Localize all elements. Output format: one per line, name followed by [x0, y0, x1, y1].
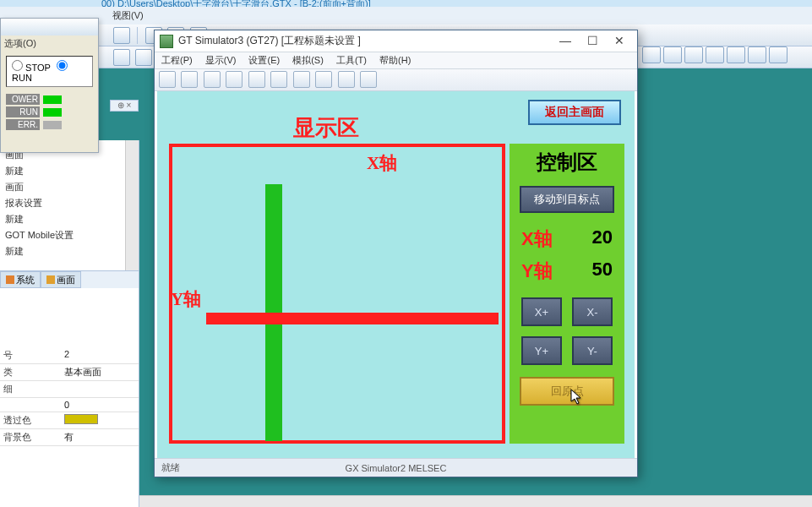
jog-row-x: X+ X-	[510, 297, 624, 326]
tree-item[interactable]: 新建	[0, 243, 139, 259]
tree-item[interactable]: 新建	[0, 211, 139, 227]
toolbar-icon[interactable]	[769, 46, 787, 63]
menu-tools[interactable]: 工具(T)	[336, 55, 367, 65]
plc-led-label: OWER	[6, 94, 40, 105]
toolbar-icon[interactable]	[293, 71, 310, 88]
tree-item[interactable]: GOT Mobile设置	[0, 227, 139, 243]
left-panel-tabs: 系统 画面	[0, 271, 139, 288]
color-swatch-icon[interactable]	[64, 414, 98, 424]
toolbar-icon[interactable]	[159, 71, 176, 88]
maximize-button[interactable]: ☐	[580, 33, 605, 50]
menu-simulate[interactable]: 模拟(S)	[292, 55, 324, 65]
jog-y-minus-button[interactable]: Y-	[572, 336, 613, 365]
property-row[interactable]: 细	[0, 381, 139, 398]
toolbar-icon[interactable]	[226, 71, 243, 88]
menu-display[interactable]: 显示(V)	[205, 55, 237, 65]
home-button[interactable]: 回原点	[520, 377, 614, 406]
toolbar-separator	[137, 27, 138, 44]
toolbar-icon[interactable]	[727, 46, 745, 63]
sim-status-bar: 就绪 GX Simulator2 MELSEC	[155, 458, 637, 477]
toolbar-icon[interactable]	[684, 46, 703, 63]
property-row[interactable]: 背景色有	[0, 429, 139, 446]
toolbar-icon[interactable]	[338, 71, 355, 88]
status-ready: 就绪	[161, 461, 180, 474]
menu-settings[interactable]: 设置(E)	[248, 55, 280, 65]
property-row[interactable]: 透过色	[0, 412, 139, 429]
tree-item[interactable]: 画面	[0, 179, 139, 195]
sim-title-bar[interactable]: GT Simulator3 (GT27) [工程标题未设置 ] — ☐ ✕	[155, 30, 637, 52]
scroll-up-icon[interactable]	[128, 142, 137, 151]
project-tree-list[interactable]: 画面 新建 画面 报表设置 新建 GOT Mobile设置 新建	[0, 140, 139, 271]
menu-project[interactable]: 工程(P)	[161, 55, 193, 65]
app-icon	[160, 35, 173, 48]
jog-x-plus-button[interactable]: X+	[521, 297, 562, 326]
tree-item[interactable]: 报表设置	[0, 195, 139, 211]
property-row[interactable]: 类基本画面	[0, 364, 139, 381]
toolbar-icon[interactable]	[135, 49, 152, 66]
tab-icon	[6, 275, 14, 284]
y-axis-indicator: Y轴	[521, 259, 553, 284]
toolbar-icon[interactable]	[248, 71, 265, 88]
status-simulator-mode: GX Simulator2 MELSEC	[346, 463, 447, 473]
err-led-icon	[43, 121, 62, 129]
toolbar-icon[interactable]	[748, 46, 766, 63]
display-area-title: 显示区	[157, 113, 495, 143]
y-value-row: Y轴 50	[510, 255, 624, 287]
jog-row-y: Y+ Y-	[510, 336, 624, 365]
sim-title-text: GT Simulator3 (GT27) [工程标题未设置 ]	[178, 34, 551, 48]
property-row[interactable]: 0	[0, 398, 139, 412]
property-grid: 号2 类基本画面 细 0 透过色 背景色有	[0, 347, 139, 507]
menu-view[interactable]: 视图(V)	[112, 10, 144, 20]
menu-help[interactable]: 帮助(H)	[379, 55, 411, 65]
plc-led-label: ERR.	[6, 119, 40, 130]
toolbar-icon[interactable]	[270, 71, 287, 88]
x-axis-indicator: X轴	[521, 226, 553, 252]
plc-led-panel: OWER RUN ERR.	[6, 94, 93, 130]
plc-led-label: RUN	[6, 106, 40, 117]
jog-y-plus-button[interactable]: Y+	[521, 336, 562, 365]
close-button[interactable]: ✕	[607, 33, 632, 50]
toolbar-icon[interactable]	[204, 71, 221, 88]
toolbar-icon[interactable]	[642, 46, 661, 63]
sim-menu-bar: 工程(P) 显示(V) 设置(E) 模拟(S) 工具(T) 帮助(H)	[155, 52, 637, 69]
tab-system[interactable]: 系统	[0, 271, 41, 288]
toolbar-icon[interactable]	[706, 46, 724, 63]
project-tree-panel: 画面 新建 画面 报表设置 新建 GOT Mobile设置 新建 系统 画面 号…	[0, 140, 139, 507]
ide-menu-bar[interactable]: 视图(V)	[0, 7, 812, 25]
tab-screen[interactable]: 画面	[41, 271, 81, 288]
ide-title-path: 00) D:\Users\Desktop\十字滑台\十字滑台.GTX - [B-…	[101, 0, 371, 7]
move-to-target-button[interactable]: 移动到目标点	[520, 186, 614, 213]
dock-pin-close[interactable]: ⊕ ×	[110, 100, 139, 112]
x-value-row: X轴 20	[510, 223, 624, 255]
tab-icon	[46, 275, 55, 284]
plc-radio-stop[interactable]: STOP	[12, 63, 51, 73]
y-position-bar	[206, 313, 499, 324]
scroll-down-icon[interactable]	[128, 259, 137, 269]
control-title: 控制区	[510, 144, 624, 184]
toolbar-icon[interactable]	[663, 46, 682, 63]
hmi-canvas: 显示区 返回主画面 X轴 Y轴 控制区 移动到目标点 X轴 20 Y轴 50 X…	[157, 91, 635, 458]
plc-run-stop-group: STOP RUN	[6, 56, 93, 87]
toolbar-icon[interactable]	[113, 27, 130, 44]
minimize-button[interactable]: —	[553, 33, 578, 50]
gt-simulator-window: GT Simulator3 (GT27) [工程标题未设置 ] — ☐ ✕ 工程…	[154, 30, 638, 477]
y-value-display[interactable]: 50	[592, 259, 613, 284]
tree-item[interactable]: 新建	[0, 163, 139, 179]
sim-toolbar	[155, 69, 637, 91]
x-value-display[interactable]: 20	[592, 226, 613, 252]
run-led-icon	[43, 108, 62, 117]
xy-display-frame: X轴 Y轴	[169, 144, 505, 444]
plc-title-bar[interactable]	[1, 19, 98, 35]
control-panel: 控制区 移动到目标点 X轴 20 Y轴 50 X+ X- Y+ Y- 回原点	[510, 144, 624, 444]
toolbar-icon[interactable]	[181, 71, 198, 88]
return-main-button[interactable]: 返回主画面	[528, 100, 621, 125]
toolbar-icon[interactable]	[113, 49, 130, 66]
jog-x-minus-button[interactable]: X-	[572, 297, 613, 326]
toolbar-icon[interactable]	[315, 71, 332, 88]
plc-menu-options[interactable]: 选项(O)	[1, 35, 98, 51]
property-row[interactable]: 号2	[0, 347, 139, 364]
plc-monitor-window: 选项(O) STOP RUN OWER RUN ERR.	[0, 18, 99, 153]
power-led-icon	[43, 95, 62, 104]
ide-title-bar: 00) D:\Users\Desktop\十字滑台\十字滑台.GTX - [B-…	[0, 0, 812, 7]
toolbar-icon[interactable]	[360, 71, 377, 88]
